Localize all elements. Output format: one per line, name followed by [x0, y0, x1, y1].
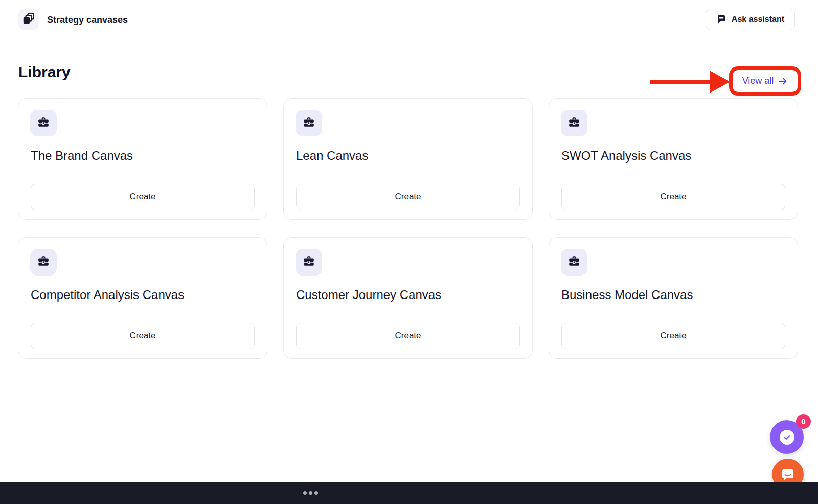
- header: Strategy canvases Ask assistant: [0, 0, 818, 40]
- briefcase-icon: [37, 255, 50, 270]
- view-all-link[interactable]: View all: [742, 76, 788, 86]
- create-button[interactable]: Create: [296, 323, 520, 349]
- briefcase-icon: [37, 116, 50, 131]
- intercom-chat-icon: [780, 466, 796, 483]
- canvas-card: The Brand Canvas Create: [18, 98, 267, 220]
- annotation-arrow-head: [710, 71, 730, 93]
- icon-tile: [561, 249, 587, 276]
- icon-tile: [30, 110, 57, 136]
- ask-assistant-button[interactable]: Ask assistant: [706, 9, 795, 30]
- card-title: Customer Journey Canvas: [296, 287, 520, 303]
- notification-badge: 0: [796, 414, 811, 429]
- canvas-card: Business Model Canvas Create: [549, 237, 798, 359]
- card-title: Competitor Analysis Canvas: [31, 287, 255, 303]
- card-title: Lean Canvas: [296, 148, 520, 164]
- app-logo[interactable]: [18, 9, 39, 30]
- briefcase-icon: [567, 255, 581, 270]
- icon-tile: [296, 110, 322, 136]
- page-title: Strategy canvases: [47, 0, 128, 40]
- icon-tile: [561, 110, 587, 136]
- ask-assistant-label: Ask assistant: [732, 15, 784, 24]
- stacked-canvases-icon: [22, 12, 35, 27]
- briefcase-icon: [567, 116, 581, 131]
- icon-tile: [30, 249, 57, 276]
- canvas-card: Lean Canvas Create: [283, 98, 533, 220]
- ellipsis-icon[interactable]: [303, 491, 318, 495]
- annotation-arrow-shaft: [650, 80, 712, 84]
- create-button[interactable]: Create: [561, 323, 785, 349]
- arrow-right-icon: [778, 76, 788, 86]
- card-title: SWOT Analysis Canvas: [561, 148, 785, 164]
- annotation-highlight-box: View all: [729, 66, 801, 96]
- create-button[interactable]: Create: [31, 323, 255, 349]
- bottom-dock: [0, 482, 818, 504]
- icon-tile: [296, 249, 322, 276]
- canvas-card: Customer Journey Canvas Create: [283, 237, 533, 359]
- check-icon: [780, 430, 794, 445]
- card-title: Business Model Canvas: [561, 287, 785, 303]
- card-title: The Brand Canvas: [31, 148, 255, 164]
- library-heading: Library: [18, 63, 71, 81]
- view-all-label: View all: [742, 76, 774, 86]
- briefcase-icon: [302, 255, 315, 270]
- canvas-card: SWOT Analysis Canvas Create: [549, 98, 798, 220]
- briefcase-icon: [302, 116, 315, 131]
- create-button[interactable]: Create: [31, 184, 255, 210]
- canvas-card: Competitor Analysis Canvas Create: [18, 237, 267, 359]
- chat-bubble-icon: [716, 14, 726, 25]
- create-button[interactable]: Create: [561, 184, 785, 210]
- create-button[interactable]: Create: [296, 184, 520, 210]
